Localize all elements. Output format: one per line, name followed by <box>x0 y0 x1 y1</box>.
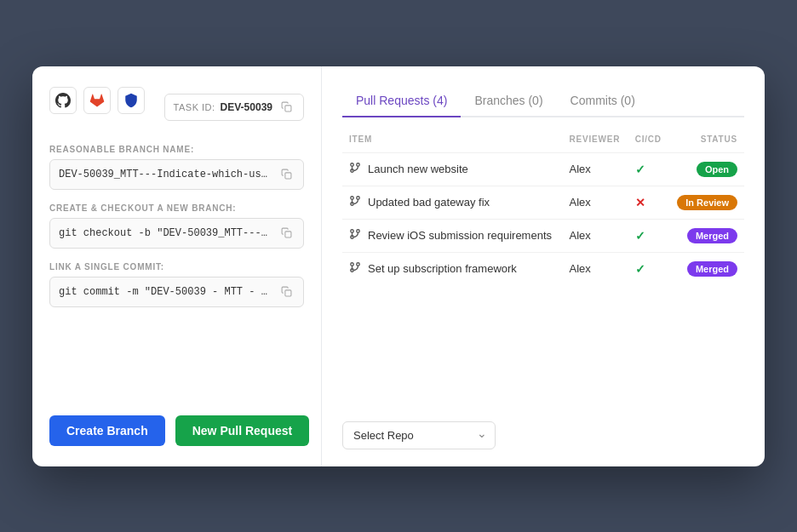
pr-branch-icon <box>349 228 361 243</box>
pr-item-cell: Review iOS submission requirements <box>342 219 563 252</box>
task-id-value: DEV-50039 <box>221 101 272 113</box>
status-badge: Merged <box>687 228 737 243</box>
checkout-label: CREATE & CHECKOUT A NEW BRANCH: <box>49 203 304 213</box>
pull-requests-table: ITEM REVIEWER CI/CD STATUS Launch <box>342 134 744 285</box>
status-badge: Merged <box>687 261 737 277</box>
modal-dialog: TASK ID: DEV-50039 REASONABLE BRANCH NAM… <box>32 66 765 466</box>
table-row: Updated bad gateway fix Alex✕In Review <box>342 186 744 219</box>
pr-ci-status: ✓ <box>628 152 669 186</box>
right-panel: Pull Requests (4) Branches (0) Commits (… <box>322 66 765 466</box>
copy-commit-button[interactable] <box>278 283 295 300</box>
pr-branch-icon <box>349 261 361 276</box>
svg-rect-1 <box>284 173 290 179</box>
svg-point-4 <box>351 163 354 167</box>
column-header-status: STATUS <box>669 134 744 153</box>
pr-item-name: Updated bad gateway fix <box>368 196 490 209</box>
select-repo-row: Select Repo Repo 1 Repo 2 Repo 3 <box>342 408 744 449</box>
pr-status-cell: In Review <box>669 186 744 219</box>
branch-name-section: REASONABLE BRANCH NAME: DEV-50039_MTT---… <box>49 145 304 190</box>
pr-reviewer: Alex <box>563 152 628 186</box>
tab-pull-requests[interactable]: Pull Requests (4) <box>342 87 461 117</box>
copy-task-id-button[interactable] <box>278 99 295 116</box>
commits-count: (0) <box>621 94 635 107</box>
tab-branches[interactable]: Branches (0) <box>461 87 556 117</box>
left-panel: TASK ID: DEV-50039 REASONABLE BRANCH NAM… <box>32 66 322 466</box>
ci-cross-icon: ✕ <box>635 196 645 209</box>
table-row: Set up subscription framework Alex✓Merge… <box>342 252 744 285</box>
copy-checkout-button[interactable] <box>278 225 295 242</box>
commit-label: LINK A SINGLE COMMIT: <box>49 262 304 272</box>
ci-check-icon: ✓ <box>635 262 645 276</box>
branches-count: (0) <box>528 94 542 107</box>
svg-rect-2 <box>284 232 290 237</box>
pr-status-cell: Merged <box>669 252 744 285</box>
table-row: Launch new website Alex✓Open <box>342 152 744 186</box>
pr-item-cell: Launch new website <box>342 152 563 186</box>
pr-ci-status: ✓ <box>628 252 669 285</box>
pr-item-name: Review iOS submission requirements <box>368 229 552 242</box>
pr-item-cell: Set up subscription framework <box>342 252 563 285</box>
ci-check-icon: ✓ <box>635 229 645 243</box>
checkout-field: git checkout -b "DEV-50039_MTT---Indica.… <box>49 218 304 249</box>
column-header-item: ITEM <box>342 134 563 153</box>
commit-section: LINK A SINGLE COMMIT: git commit -m "DEV… <box>49 262 304 307</box>
pr-count: (4) <box>433 94 447 107</box>
svg-rect-3 <box>284 290 290 296</box>
new-pull-request-button[interactable]: New Pull Request <box>175 415 309 446</box>
svg-point-7 <box>351 197 354 200</box>
table-row: Review iOS submission requirements Alex✓… <box>342 219 744 252</box>
svg-point-11 <box>357 230 360 233</box>
copy-branch-name-button[interactable] <box>278 166 295 183</box>
svg-point-14 <box>357 263 360 266</box>
commit-value: git commit -m "DEV-50039 - MTT - Indicat… <box>59 286 272 298</box>
pr-item-name: Launch new website <box>368 163 468 175</box>
pr-reviewer: Alex <box>563 252 628 285</box>
column-header-cicd: CI/CD <box>628 134 669 153</box>
svg-point-5 <box>357 163 360 167</box>
pr-ci-status: ✕ <box>628 186 669 219</box>
create-branch-button[interactable]: Create Branch <box>49 415 165 446</box>
task-id-box: TASK ID: DEV-50039 <box>164 94 304 121</box>
tab-commits[interactable]: Commits (0) <box>557 87 649 117</box>
pr-item-name: Set up subscription framework <box>368 262 517 275</box>
tabs-row: Pull Requests (4) Branches (0) Commits (… <box>342 87 744 117</box>
service-icons-group <box>49 87 145 114</box>
action-buttons: Create Branch New Pull Request <box>49 398 304 446</box>
pr-ci-status: ✓ <box>628 219 669 252</box>
pr-branch-icon <box>349 162 361 176</box>
checkout-section: CREATE & CHECKOUT A NEW BRANCH: git chec… <box>49 203 304 249</box>
svg-point-10 <box>351 230 354 233</box>
pr-status-cell: Open <box>669 152 744 186</box>
status-badge: In Review <box>677 195 737 210</box>
pr-branch-icon <box>349 195 361 209</box>
ci-check-icon: ✓ <box>635 163 645 176</box>
pr-reviewer: Alex <box>563 219 628 252</box>
svg-point-13 <box>351 263 354 266</box>
select-repo-wrapper: Select Repo Repo 1 Repo 2 Repo 3 <box>342 421 496 449</box>
select-repo-dropdown[interactable]: Select Repo Repo 1 Repo 2 Repo 3 <box>342 421 496 449</box>
column-header-reviewer: REVIEWER <box>563 134 628 153</box>
status-badge: Open <box>697 162 737 177</box>
pr-reviewer: Alex <box>563 186 628 219</box>
shield-icon[interactable] <box>118 87 145 114</box>
checkout-value: git checkout -b "DEV-50039_MTT---Indica.… <box>59 227 272 239</box>
top-row: TASK ID: DEV-50039 <box>49 87 304 128</box>
svg-point-8 <box>357 197 360 200</box>
branch-name-label: REASONABLE BRANCH NAME: <box>49 145 304 154</box>
pr-item-cell: Updated bad gateway fix <box>342 186 563 219</box>
gitlab-icon[interactable] <box>83 87 111 114</box>
svg-rect-0 <box>284 106 290 112</box>
branch-name-field: DEV-50039_MTT---Indicate-which-users-c..… <box>49 159 304 190</box>
commit-field: git commit -m "DEV-50039 - MTT - Indicat… <box>49 277 304 307</box>
pr-status-cell: Merged <box>669 219 744 252</box>
github-icon[interactable] <box>49 87 77 114</box>
branch-name-value: DEV-50039_MTT---Indicate-which-users-c..… <box>59 169 272 180</box>
task-id-label: TASK ID: <box>174 102 215 112</box>
